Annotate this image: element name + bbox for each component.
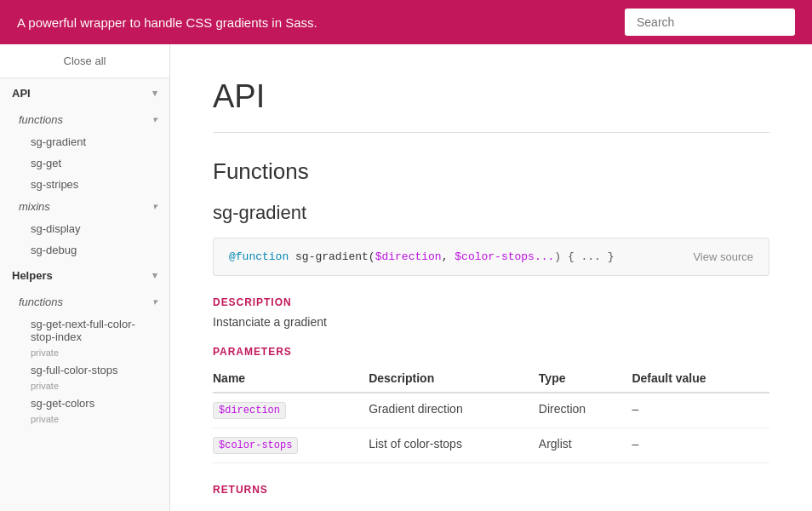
close-all-button[interactable]: Close all [0,44,169,78]
chevron-down-icon: ▾ [152,296,157,307]
param-default-direction: – [632,393,769,428]
returns-label: RETURNS [213,484,769,496]
sg-get-colors-private-label: private [0,414,169,426]
section-divider [213,132,769,133]
header: A powerful wrapper to handle CSS gradien… [0,0,812,44]
sg-gradient-title: sg-gradient [213,202,769,224]
view-source-link[interactable]: View source [693,250,753,263]
sg-get-next-private-label: private [0,347,169,359]
sidebar-section-helpers-label: Helpers [12,269,53,282]
description-text: Instanciate a gradient [213,315,769,329]
chevron-down-icon: ▾ [152,114,157,125]
sidebar-item-sg-gradient[interactable]: sg-gradient [0,131,169,152]
chevron-down-icon: ▾ [152,88,157,99]
code-content: @function sg-gradient($direction, $color… [229,250,615,263]
col-type: Type [539,365,632,393]
sidebar-item-sg-display[interactable]: sg-display [0,218,169,239]
col-default: Default value [632,365,769,393]
parameters-label: PARAMETERS [213,346,769,358]
content-area: API Functions sg-gradient @function sg-g… [170,44,812,511]
col-name: Name [213,365,369,393]
param-badge-color-stops: $color-stops [213,437,298,454]
param-name-color-stops: $color-stops [213,428,369,463]
param-default-color-stops: – [632,428,769,463]
sidebar-item-api-mixins[interactable]: mixins ▾ [0,195,169,218]
sidebar-item-helpers[interactable]: Helpers ▾ [0,261,169,290]
sidebar-item-api[interactable]: API ▾ [0,78,169,108]
param-name-direction: $direction [213,393,369,428]
sidebar-item-sg-get[interactable]: sg-get [0,152,169,174]
sidebar-subsection-helpers-functions-label: functions [19,296,63,308]
search-input[interactable] [625,9,795,36]
header-subtitle: A powerful wrapper to handle CSS gradien… [17,15,317,30]
main-layout: Close all API ▾ functions ▾ sg-gradient … [0,44,812,511]
parameters-table: Name Description Type Default value $dir… [213,365,769,463]
code-block: @function sg-gradient($direction, $color… [213,238,769,276]
param-desc-direction: Gradient direction [369,393,539,428]
param-badge-direction: $direction [213,402,286,419]
col-description: Description [369,365,539,393]
sidebar-item-sg-get-colors[interactable]: sg-get-colors [0,393,169,414]
param-type-direction: Direction [539,393,632,428]
code-function-name: sg-gradient( [295,250,375,263]
sidebar-item-api-functions[interactable]: functions ▾ [0,108,169,131]
param-type-color-stops: Arglist [539,428,632,463]
table-row: $color-stops List of color-stops Arglist… [213,428,769,463]
code-param-color-stops: $color-stops... [455,250,554,263]
sidebar-item-sg-full-color-stops[interactable]: sg-full-color-stops [0,359,169,381]
code-comma: , [442,250,455,263]
code-body: ) { ... } [554,250,614,263]
chevron-down-icon: ▾ [152,201,157,212]
chevron-down-icon: ▾ [152,270,157,281]
sidebar-item-helpers-functions[interactable]: functions ▾ [0,290,169,313]
code-at-function: @function [229,250,289,263]
sidebar: Close all API ▾ functions ▾ sg-gradient … [0,44,170,511]
page-title: API [213,78,769,115]
sidebar-subsection-mixins-label: mixins [19,200,50,213]
code-param-direction: $direction [375,250,442,263]
table-header-row: Name Description Type Default value [213,365,769,393]
sidebar-item-sg-get-next-full-color-stop-index[interactable]: sg-get-next-full-color-stop-index [0,313,169,347]
description-label: DESCRIPTION [213,296,769,308]
table-row: $direction Gradient direction Direction … [213,393,769,428]
functions-section-title: Functions [213,158,769,185]
sidebar-item-sg-debug[interactable]: sg-debug [0,239,169,261]
sidebar-section-api-label: API [12,87,31,100]
sidebar-item-sg-stripes[interactable]: sg-stripes [0,174,169,195]
param-desc-color-stops: List of color-stops [369,428,539,463]
search-container [625,9,795,36]
sg-full-private-label: private [0,381,169,393]
sidebar-subsection-functions-label: functions [19,113,63,126]
